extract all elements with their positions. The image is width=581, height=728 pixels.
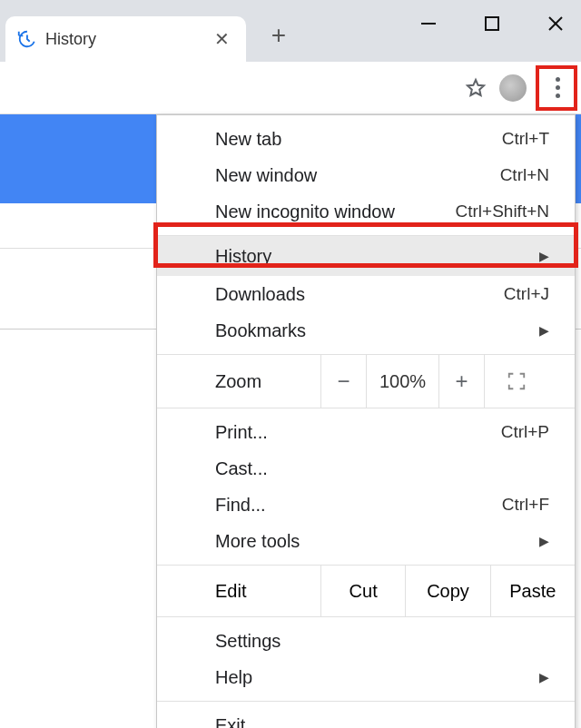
menu-downloads[interactable]: Downloads Ctrl+J	[157, 276, 575, 312]
close-tab-button[interactable]: ✕	[209, 25, 235, 54]
profile-avatar[interactable]	[499, 74, 527, 102]
menu-label: Settings	[215, 631, 281, 652]
menu-new-window[interactable]: New window Ctrl+N	[157, 157, 575, 193]
menu-label: Cast...	[215, 458, 268, 479]
chrome-menu: New tab Ctrl+T New window Ctrl+N New inc…	[156, 114, 576, 728]
toolbar	[0, 62, 581, 114]
menu-more-tools[interactable]: More tools ▶	[157, 523, 575, 559]
menu-edit-row: Edit Cut Copy Paste	[157, 565, 575, 617]
menu-label: Print...	[215, 422, 268, 443]
edit-copy-button[interactable]: Copy	[405, 566, 489, 616]
bookmark-star-icon[interactable]	[465, 77, 487, 99]
history-icon	[16, 29, 36, 49]
submenu-arrow-icon: ▶	[539, 323, 549, 338]
menu-new-tab[interactable]: New tab Ctrl+T	[157, 121, 575, 157]
minimize-button[interactable]	[410, 5, 447, 42]
menu-label: New window	[215, 165, 317, 186]
submenu-arrow-icon: ▶	[539, 670, 549, 684]
edit-paste-button[interactable]: Paste	[490, 566, 575, 616]
menu-incognito[interactable]: New incognito window Ctrl+Shift+N	[157, 193, 575, 230]
new-tab-button[interactable]: +	[262, 19, 295, 52]
close-window-button[interactable]	[537, 5, 574, 42]
menu-shortcut: Ctrl+N	[500, 165, 549, 185]
submenu-arrow-icon: ▶	[539, 249, 549, 263]
menu-shortcut: Ctrl+P	[501, 422, 549, 442]
menu-exit[interactable]: Exit	[157, 707, 575, 728]
menu-label: History	[215, 246, 271, 267]
menu-edit-label: Edit	[157, 581, 320, 602]
menu-find[interactable]: Find... Ctrl+F	[157, 487, 575, 523]
menu-zoom-label: Zoom	[157, 371, 320, 392]
chrome-menu-button[interactable]	[539, 70, 576, 106]
menu-zoom-row: Zoom − 100% +	[157, 354, 575, 408]
submenu-arrow-icon: ▶	[539, 534, 549, 548]
menu-shortcut: Ctrl+T	[502, 129, 549, 149]
zoom-out-button[interactable]: −	[320, 355, 366, 408]
menu-cast[interactable]: Cast...	[157, 450, 575, 487]
tab-strip: History ✕ +	[0, 0, 581, 62]
browser-tab[interactable]: History ✕	[5, 16, 246, 62]
menu-label: New incognito window	[215, 202, 395, 222]
menu-label: New tab	[215, 129, 281, 150]
menu-history[interactable]: History ▶	[157, 236, 575, 276]
menu-label: Exit	[215, 715, 245, 729]
maximize-button[interactable]	[474, 5, 510, 42]
zoom-in-button[interactable]: +	[438, 355, 484, 408]
menu-bookmarks[interactable]: Bookmarks ▶	[157, 312, 575, 349]
menu-print[interactable]: Print... Ctrl+P	[157, 414, 575, 450]
tab-title: History	[45, 30, 200, 49]
menu-label: Bookmarks	[215, 320, 306, 341]
window-controls	[410, 5, 574, 42]
menu-shortcut: Ctrl+F	[502, 495, 549, 515]
menu-label: Find...	[215, 495, 266, 516]
menu-label: More tools	[215, 531, 300, 552]
svg-rect-1	[486, 17, 498, 30]
edit-cut-button[interactable]: Cut	[320, 566, 405, 616]
menu-shortcut: Ctrl+J	[504, 284, 549, 304]
menu-label: Downloads	[215, 284, 305, 305]
menu-settings[interactable]: Settings	[157, 623, 575, 659]
menu-help[interactable]: Help ▶	[157, 659, 575, 695]
fullscreen-button[interactable]	[484, 355, 547, 408]
zoom-value: 100%	[366, 355, 438, 408]
menu-label: Help	[215, 667, 252, 688]
menu-shortcut: Ctrl+Shift+N	[456, 202, 549, 221]
